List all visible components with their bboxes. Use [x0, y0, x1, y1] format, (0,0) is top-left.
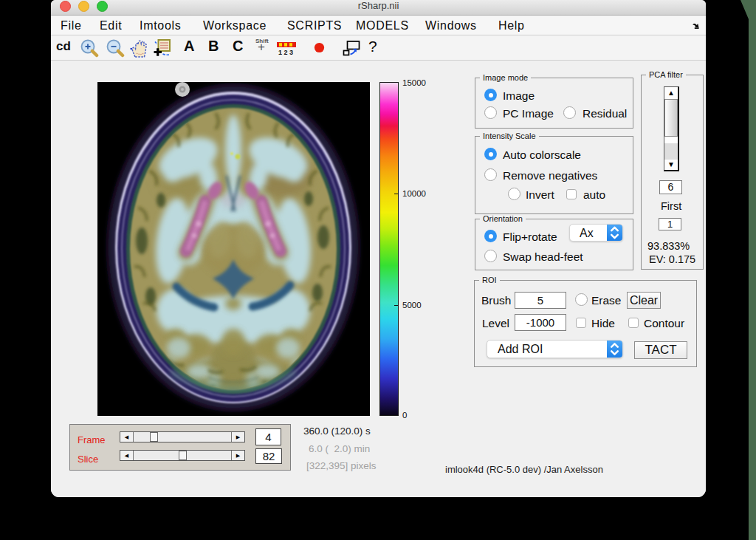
- svg-text:1 2 3: 1 2 3: [278, 49, 293, 55]
